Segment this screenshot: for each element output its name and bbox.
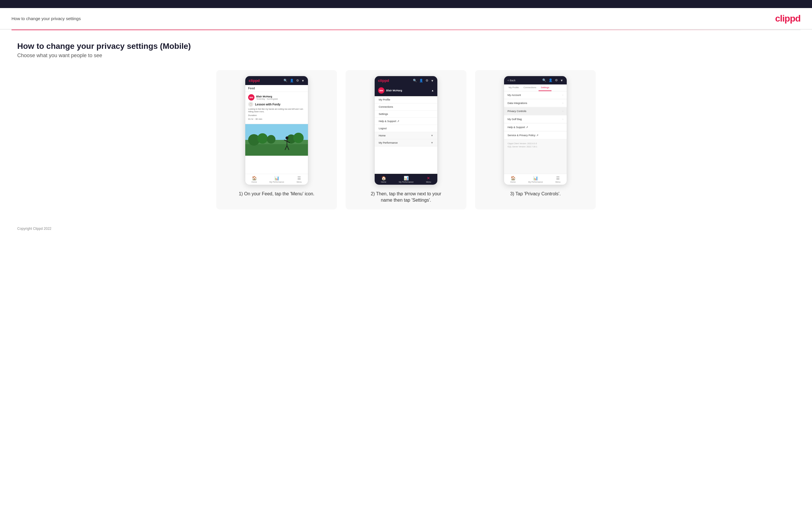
step-1-card: clippd 🔍 👤 ⚙ ▼ Feed BM <box>216 70 337 210</box>
phone-2-bottom-nav: 🏠 Home 📊 My Performance ✕ Menu <box>375 174 437 185</box>
header-title: How to change your privacy settings <box>11 16 81 21</box>
menu-item-settings: Settings <box>375 111 437 118</box>
bottom-nav-menu: ☰ Menu <box>297 176 302 183</box>
settings-icon-3: ⚙ <box>555 78 558 82</box>
client-version: Clippd Client Version: 2022.8.3-3 <box>507 142 563 145</box>
step-3-desc: 3) Tap 'Privacy Controls'. <box>510 191 561 197</box>
phone-mockup-2: clippd 🔍 👤 ⚙ ▼ BM Blair McHarg <box>374 76 438 185</box>
phone-1-bottom-nav: 🏠 Home 📊 My Performance ☰ Menu <box>245 174 308 185</box>
settings-item-account: My Account › <box>504 91 567 99</box>
menu-help-label: Help & Support ↗ <box>379 120 399 123</box>
phone-2-navbar: clippd 🔍 👤 ⚙ ▼ <box>375 76 437 85</box>
home-icon-3: 🏠 <box>511 176 515 180</box>
menu-item-logout: Logout <box>375 125 437 132</box>
menu-label-2: Menu <box>426 181 431 183</box>
server-version: GQL Server Version: 2022.7.30-1 <box>507 145 563 148</box>
dropdown-icon-3: ▼ <box>560 79 563 82</box>
avatar: BM <box>248 94 254 101</box>
chevron-right-icon-3: › <box>562 110 563 113</box>
feed-item: BM Blair McHarg Yesterday · Sunningdale … <box>245 92 308 124</box>
performance-label-2: My Performance <box>399 181 413 183</box>
settings-item-privacy-policy: Service & Privacy Policy ↗ <box>504 131 567 139</box>
performance-label-3: My Performance <box>528 181 543 183</box>
search-icon-3: 🔍 <box>542 78 546 82</box>
bottom-nav-menu-3: ☰ Menu <box>556 176 561 183</box>
chevron-down-icon-2: ▼ <box>431 141 433 144</box>
menu-logout-label: Logout <box>379 127 387 130</box>
feed-user-name: Blair McHarg <box>256 95 278 98</box>
menu-connections-label: Connections <box>379 105 393 108</box>
settings-back-row: < Back 🔍 👤 ⚙ ▼ <box>504 76 567 84</box>
phone-2-logo: clippd <box>378 78 389 83</box>
close-icon: ✕ <box>427 176 430 180</box>
feed-duration-value: 01 hr : 30 min <box>248 118 305 120</box>
steps-container: clippd 🔍 👤 ⚙ ▼ Feed BM <box>17 70 795 210</box>
copyright: Copyright Clippd 2022 <box>17 227 51 231</box>
menu-item-help: Help & Support ↗ <box>375 118 437 125</box>
step-2-card: clippd 🔍 👤 ⚙ ▼ BM Blair McHarg <box>346 70 466 210</box>
phone-mockup-3: < Back 🔍 👤 ⚙ ▼ My Profile Connections Se… <box>504 76 567 185</box>
menu-section-home: Home ▼ <box>375 132 437 139</box>
main-content: How to change your privacy settings (Mob… <box>0 30 812 221</box>
top-bar <box>0 0 812 8</box>
menu-home-label: Home <box>379 134 386 137</box>
search-icon: 🔍 <box>284 79 288 82</box>
chevron-right-icon: › <box>562 94 563 97</box>
menu-label: Menu <box>297 181 302 183</box>
menu-label-3: Menu <box>556 181 561 183</box>
phone-1-logo: clippd <box>249 78 260 83</box>
chevron-right-icon-2: › <box>562 102 563 105</box>
home-label: Home <box>252 181 257 183</box>
user-icon-2: 👤 <box>419 79 423 82</box>
step-2-desc: 2) Then, tap the arrow next to yourname … <box>371 191 441 204</box>
svg-point-5 <box>267 135 275 144</box>
menu-icon: ☰ <box>297 176 301 180</box>
bottom-nav-home: 🏠 Home <box>252 176 257 183</box>
phone-1-icons: 🔍 👤 ⚙ ▼ <box>284 79 305 82</box>
performance-icon-3: 📊 <box>533 176 538 180</box>
tab-my-profile: My Profile <box>506 84 521 91</box>
bottom-nav-home-3: 🏠 Home <box>510 176 516 183</box>
step-3-card: < Back 🔍 👤 ⚙ ▼ My Profile Connections Se… <box>475 70 596 210</box>
step-2-line1: 2) Then, tap the arrow next to yourname … <box>371 191 441 203</box>
data-integrations-label: Data Integrations <box>507 102 527 105</box>
page-subtitle: Choose what you want people to see <box>17 53 795 59</box>
menu-performance-label: My Performance <box>379 141 398 144</box>
help-support-label-3: Help & Support ↗ <box>507 126 528 129</box>
menu-settings-label: Settings <box>379 113 388 115</box>
logo: clippd <box>775 13 801 24</box>
home-icon-2: 🏠 <box>381 176 386 180</box>
performance-icon-2: 📊 <box>404 176 409 180</box>
phone-3-icons: 🔍 👤 ⚙ ▼ <box>542 78 563 82</box>
menu-user-name: Blair McHarg <box>386 89 402 92</box>
menu-section-performance: My Performance ▼ <box>375 139 437 147</box>
user-icon: 👤 <box>290 79 294 82</box>
header: How to change your privacy settings clip… <box>0 8 812 30</box>
settings-tabs: My Profile Connections Settings <box>504 84 567 91</box>
bottom-nav-performance-3: 📊 My Performance <box>528 176 543 183</box>
home-icon: 🏠 <box>252 176 257 180</box>
chevron-right-icon-4: › <box>562 118 563 121</box>
menu-profile-label: My Profile <box>379 98 390 101</box>
lesson-title: Lesson with Fordy <box>255 103 281 106</box>
user-icon-3: 👤 <box>549 78 553 82</box>
performance-icon: 📊 <box>274 176 279 180</box>
svg-rect-2 <box>245 144 308 156</box>
version-info: Clippd Client Version: 2022.8.3-3 GQL Se… <box>504 139 567 151</box>
settings-item-privacy: Privacy Controls › <box>504 107 567 115</box>
settings-icon: ⚙ <box>296 79 299 82</box>
bottom-nav-performance: 📊 My Performance <box>269 176 284 183</box>
home-label-3: Home <box>510 181 516 183</box>
golf-scene <box>245 124 308 156</box>
back-button: < Back <box>507 79 515 82</box>
settings-icon-2: ⚙ <box>425 79 428 82</box>
dropdown-icon-2: ▼ <box>431 79 434 82</box>
bottom-nav-performance-2: 📊 My Performance <box>399 176 413 183</box>
feed-label: Feed <box>245 85 308 92</box>
tab-settings: Settings <box>539 84 552 91</box>
menu-avatar: BM <box>378 87 385 94</box>
svg-point-7 <box>293 133 304 143</box>
settings-item-integrations: Data Integrations › <box>504 99 567 107</box>
home-label-2: Home <box>381 181 387 183</box>
settings-item-help: Help & Support ↗ <box>504 123 567 131</box>
